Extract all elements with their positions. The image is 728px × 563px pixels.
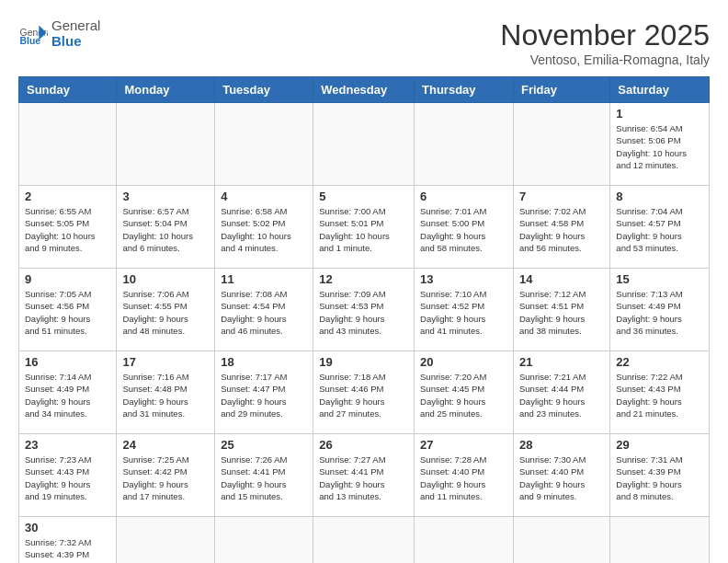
logo-blue-text: Blue <box>51 34 100 50</box>
calendar-week-row: 16Sunrise: 7:14 AM Sunset: 4:49 PM Dayli… <box>19 351 710 434</box>
calendar-cell <box>117 103 215 186</box>
weekday-header-tuesday: Tuesday <box>215 77 313 103</box>
day-info: Sunrise: 7:23 AM Sunset: 4:43 PM Dayligh… <box>25 454 110 502</box>
day-number: 10 <box>122 272 209 286</box>
calendar-cell: 26Sunrise: 7:27 AM Sunset: 4:41 PM Dayli… <box>313 434 415 517</box>
calendar-cell: 8Sunrise: 7:04 AM Sunset: 4:57 PM Daylig… <box>610 186 710 269</box>
logo-icon: General Blue <box>18 19 48 49</box>
calendar-week-row: 2Sunrise: 6:55 AM Sunset: 5:05 PM Daylig… <box>19 186 710 269</box>
weekday-header-friday: Friday <box>513 77 609 103</box>
day-number: 30 <box>25 521 110 534</box>
calendar-cell: 30Sunrise: 7:32 AM Sunset: 4:39 PM Dayli… <box>19 517 117 564</box>
calendar-cell: 22Sunrise: 7:22 AM Sunset: 4:43 PM Dayli… <box>610 351 710 434</box>
month-title: November 2025 <box>500 18 710 52</box>
calendar-cell: 4Sunrise: 6:58 AM Sunset: 5:02 PM Daylig… <box>215 186 313 269</box>
calendar-cell: 20Sunrise: 7:20 AM Sunset: 4:45 PM Dayli… <box>415 351 514 434</box>
day-number: 22 <box>616 355 703 369</box>
day-number: 25 <box>221 438 307 452</box>
calendar-cell <box>513 103 609 186</box>
calendar-cell <box>215 103 313 186</box>
calendar-week-row: 1Sunrise: 6:54 AM Sunset: 5:06 PM Daylig… <box>19 103 710 186</box>
weekday-header-saturday: Saturday <box>610 77 710 103</box>
weekday-header-wednesday: Wednesday <box>313 77 415 103</box>
day-info: Sunrise: 7:17 AM Sunset: 4:47 PM Dayligh… <box>221 371 307 419</box>
calendar-cell: 11Sunrise: 7:08 AM Sunset: 4:54 PM Dayli… <box>215 269 313 351</box>
calendar-cell <box>610 517 710 564</box>
calendar-cell: 2Sunrise: 6:55 AM Sunset: 5:05 PM Daylig… <box>19 186 117 269</box>
day-number: 1 <box>616 107 703 121</box>
day-info: Sunrise: 7:08 AM Sunset: 4:54 PM Dayligh… <box>221 288 307 337</box>
day-info: Sunrise: 7:02 AM Sunset: 4:58 PM Dayligh… <box>519 205 604 254</box>
calendar-table: SundayMondayTuesdayWednesdayThursdayFrid… <box>18 76 710 563</box>
calendar-cell <box>415 103 514 186</box>
calendar-cell: 16Sunrise: 7:14 AM Sunset: 4:49 PM Dayli… <box>19 351 117 434</box>
day-number: 11 <box>221 272 307 286</box>
weekday-header-thursday: Thursday <box>415 77 514 103</box>
day-info: Sunrise: 6:55 AM Sunset: 5:05 PM Dayligh… <box>25 205 110 254</box>
calendar-cell: 15Sunrise: 7:13 AM Sunset: 4:49 PM Dayli… <box>610 269 710 351</box>
day-info: Sunrise: 7:14 AM Sunset: 4:49 PM Dayligh… <box>25 371 110 419</box>
calendar-cell: 24Sunrise: 7:25 AM Sunset: 4:42 PM Dayli… <box>117 434 215 517</box>
day-number: 2 <box>25 190 110 203</box>
calendar-week-row: 23Sunrise: 7:23 AM Sunset: 4:43 PM Dayli… <box>19 434 710 517</box>
day-info: Sunrise: 7:18 AM Sunset: 4:46 PM Dayligh… <box>319 371 408 419</box>
day-number: 3 <box>122 190 209 203</box>
day-number: 16 <box>25 355 110 369</box>
day-info: Sunrise: 6:57 AM Sunset: 5:04 PM Dayligh… <box>122 205 209 254</box>
calendar-cell: 6Sunrise: 7:01 AM Sunset: 5:00 PM Daylig… <box>415 186 514 269</box>
day-info: Sunrise: 7:06 AM Sunset: 4:55 PM Dayligh… <box>122 288 209 337</box>
day-info: Sunrise: 7:05 AM Sunset: 4:56 PM Dayligh… <box>25 288 110 337</box>
calendar-cell: 7Sunrise: 7:02 AM Sunset: 4:58 PM Daylig… <box>513 186 609 269</box>
calendar-cell <box>415 517 514 564</box>
day-number: 26 <box>319 438 408 452</box>
day-info: Sunrise: 7:22 AM Sunset: 4:43 PM Dayligh… <box>616 371 703 419</box>
calendar-cell: 27Sunrise: 7:28 AM Sunset: 4:40 PM Dayli… <box>415 434 514 517</box>
calendar-cell: 18Sunrise: 7:17 AM Sunset: 4:47 PM Dayli… <box>215 351 313 434</box>
day-info: Sunrise: 7:30 AM Sunset: 4:40 PM Dayligh… <box>519 454 604 502</box>
day-info: Sunrise: 7:12 AM Sunset: 4:51 PM Dayligh… <box>519 288 604 337</box>
day-info: Sunrise: 7:27 AM Sunset: 4:41 PM Dayligh… <box>319 454 408 502</box>
svg-text:Blue: Blue <box>20 36 41 46</box>
calendar-cell: 12Sunrise: 7:09 AM Sunset: 4:53 PM Dayli… <box>313 269 415 351</box>
calendar-cell: 13Sunrise: 7:10 AM Sunset: 4:52 PM Dayli… <box>415 269 514 351</box>
page-header: General Blue General Blue November 2025 … <box>18 18 710 67</box>
calendar-cell: 28Sunrise: 7:30 AM Sunset: 4:40 PM Dayli… <box>513 434 609 517</box>
calendar-cell: 29Sunrise: 7:31 AM Sunset: 4:39 PM Dayli… <box>610 434 710 517</box>
location-subtitle: Ventoso, Emilia-Romagna, Italy <box>500 52 710 67</box>
day-number: 6 <box>420 190 507 203</box>
day-info: Sunrise: 7:10 AM Sunset: 4:52 PM Dayligh… <box>420 288 507 337</box>
weekday-header-sunday: Sunday <box>19 77 117 103</box>
day-number: 12 <box>319 272 408 286</box>
day-number: 27 <box>420 438 507 452</box>
weekday-header-monday: Monday <box>117 77 215 103</box>
day-info: Sunrise: 7:28 AM Sunset: 4:40 PM Dayligh… <box>420 454 507 502</box>
day-number: 28 <box>519 438 604 452</box>
day-number: 5 <box>319 190 408 203</box>
day-info: Sunrise: 7:04 AM Sunset: 4:57 PM Dayligh… <box>616 205 703 254</box>
calendar-cell <box>313 103 415 186</box>
calendar-cell: 5Sunrise: 7:00 AM Sunset: 5:01 PM Daylig… <box>313 186 415 269</box>
day-number: 17 <box>122 355 209 369</box>
logo: General Blue General Blue <box>18 18 100 49</box>
day-info: Sunrise: 6:58 AM Sunset: 5:02 PM Dayligh… <box>221 205 307 254</box>
day-info: Sunrise: 7:32 AM Sunset: 4:39 PM Dayligh… <box>25 536 110 563</box>
day-info: Sunrise: 7:13 AM Sunset: 4:49 PM Dayligh… <box>616 288 703 337</box>
calendar-cell <box>513 517 609 564</box>
day-number: 19 <box>319 355 408 369</box>
calendar-cell: 9Sunrise: 7:05 AM Sunset: 4:56 PM Daylig… <box>19 269 117 351</box>
day-number: 24 <box>122 438 209 452</box>
calendar-cell <box>215 517 313 564</box>
day-number: 20 <box>420 355 507 369</box>
day-number: 21 <box>519 355 604 369</box>
calendar-cell: 25Sunrise: 7:26 AM Sunset: 4:41 PM Dayli… <box>215 434 313 517</box>
calendar-cell <box>117 517 215 564</box>
day-number: 7 <box>519 190 604 203</box>
day-number: 18 <box>221 355 307 369</box>
calendar-cell: 1Sunrise: 6:54 AM Sunset: 5:06 PM Daylig… <box>610 103 710 186</box>
day-info: Sunrise: 7:25 AM Sunset: 4:42 PM Dayligh… <box>122 454 209 502</box>
calendar-cell <box>19 103 117 186</box>
day-number: 15 <box>616 272 703 286</box>
day-number: 14 <box>519 272 604 286</box>
calendar-cell: 14Sunrise: 7:12 AM Sunset: 4:51 PM Dayli… <box>513 269 609 351</box>
day-info: Sunrise: 7:20 AM Sunset: 4:45 PM Dayligh… <box>420 371 507 419</box>
